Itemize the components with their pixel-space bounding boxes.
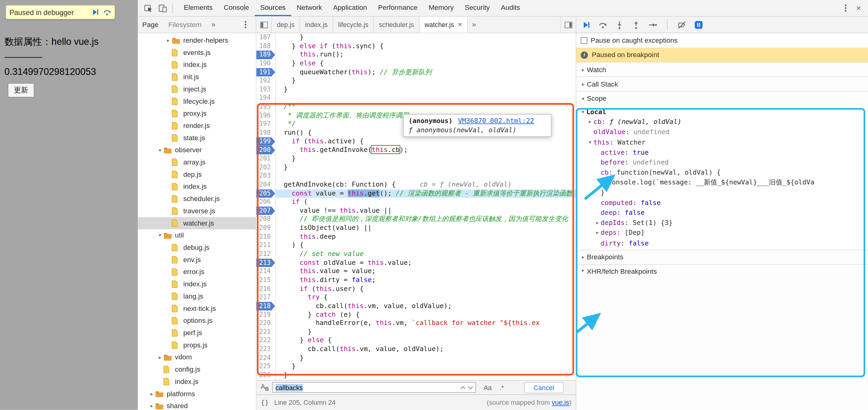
scope-row-deps[interactable]: ▸deps: [Dep]: [576, 228, 868, 238]
devtools-tab-console[interactable]: Console: [218, 0, 255, 16]
line-number-208[interactable]: 208: [256, 215, 275, 224]
tree-file-array.js[interactable]: array.js: [138, 156, 255, 169]
toggle-debugger-sidebar-icon[interactable]: [560, 17, 576, 32]
line-number-190[interactable]: 190: [256, 59, 275, 68]
line-number-219[interactable]: 219: [256, 311, 275, 319]
line-number-218-breakpoint[interactable]: 218: [256, 302, 275, 310]
checkbox-icon[interactable]: [581, 37, 587, 44]
devtools-more-menu-icon[interactable]: [838, 1, 852, 16]
code-area[interactable]: 1871881891901911921931941951961971981992…: [256, 33, 576, 380]
chevron-right-icon[interactable]: ▸: [580, 267, 587, 273]
devtools-close-icon[interactable]: ×: [852, 3, 865, 13]
editor-tab-dep.js[interactable]: dep.js: [272, 17, 300, 32]
line-number-192[interactable]: 192: [256, 77, 275, 85]
line-number-198[interactable]: 198: [256, 128, 275, 137]
tree-file-proxy.js[interactable]: proxy.js: [138, 108, 255, 120]
editor-tab-lifecycle.js[interactable]: lifecycle.js: [333, 17, 374, 32]
line-number-187[interactable]: 187: [256, 33, 275, 42]
tree-expand-arrow[interactable]: ▸: [157, 354, 163, 360]
tree-file-perf.js[interactable]: perf.js: [138, 327, 255, 339]
tree-file-error.js[interactable]: error.js: [138, 266, 255, 278]
line-number-204[interactable]: 204: [256, 180, 275, 189]
scope-row-local[interactable]: ▾Local: [576, 107, 868, 117]
line-number-205-breakpoint[interactable]: 205: [256, 189, 275, 198]
devtools-tab-elements[interactable]: Elements: [178, 0, 218, 16]
tree-file-index.js[interactable]: index.js: [138, 180, 255, 193]
tree-expand-arrow[interactable]: ▸: [165, 38, 172, 43]
line-number-217[interactable]: 217: [256, 293, 275, 302]
section-scope[interactable]: ▾ Scope: [576, 91, 868, 105]
search-input[interactable]: callbacks: [272, 382, 476, 392]
editor-tab-watcher.js[interactable]: watcher.js×: [420, 17, 468, 32]
line-number-194[interactable]: 194: [256, 94, 275, 102]
hovered-expression[interactable]: this.cb: [372, 146, 400, 153]
line-number-195[interactable]: 195: [256, 102, 275, 111]
section-watch[interactable]: ▸ Watch: [576, 62, 868, 77]
line-number-196[interactable]: 196: [256, 111, 275, 120]
tree-expand-arrow[interactable]: ▾: [157, 147, 163, 153]
expand-arrow[interactable]: ▸: [587, 119, 593, 125]
devtools-tab-performance[interactable]: Performance: [372, 0, 423, 16]
resume-script-icon[interactable]: [91, 8, 99, 16]
device-toolbar-icon[interactable]: [155, 1, 170, 16]
line-number-191-breakpoint[interactable]: 191: [256, 68, 275, 77]
line-number-189-breakpoint[interactable]: 189: [256, 51, 275, 59]
tree-file-index.js[interactable]: index.js: [138, 376, 255, 388]
tree-file-traverse.js[interactable]: traverse.js: [138, 205, 255, 217]
navigator-tab-page[interactable]: Page: [142, 21, 159, 29]
update-button[interactable]: 更新: [8, 83, 34, 97]
line-number-211[interactable]: 211: [256, 241, 275, 250]
step-over-button[interactable]: [598, 20, 607, 29]
tree-file-events.js[interactable]: events.js: [138, 47, 255, 59]
line-number-223[interactable]: 223: [256, 345, 275, 354]
section-xhr-breakpoints[interactable]: ▸ XHR/fetch Breakpoints: [576, 264, 868, 410]
editor-tab-index.js[interactable]: index.js: [300, 17, 333, 32]
tree-expand-arrow[interactable]: ▾: [157, 233, 163, 238]
search-previous-icon[interactable]: [459, 384, 466, 391]
section-breakpoints[interactable]: ▸ Breakpoints: [576, 250, 868, 264]
tree-file-next-tick.js[interactable]: next-tick.js: [138, 302, 255, 315]
editor-tab-scheduler.js[interactable]: scheduler.js: [374, 17, 420, 32]
tree-file-watcher.js[interactable]: watcher.js: [138, 217, 255, 230]
line-number-210[interactable]: 210: [256, 233, 275, 241]
tree-file-dep.js[interactable]: dep.js: [138, 169, 255, 181]
pretty-print-icon[interactable]: {}: [261, 399, 269, 406]
chevron-right-icon[interactable]: ▸: [580, 67, 587, 72]
navigator-more-menu-icon[interactable]: [239, 21, 251, 28]
expand-arrow[interactable]: ▸: [594, 220, 601, 226]
tree-folder-util[interactable]: ▾util: [138, 229, 255, 241]
line-number-214[interactable]: 214: [256, 267, 275, 275]
devtools-tab-network[interactable]: Network: [291, 0, 328, 16]
line-number-216[interactable]: 216: [256, 285, 275, 293]
editor-tab-overflow-icon[interactable]: »: [468, 17, 480, 32]
tree-file-inject.js[interactable]: inject.js: [138, 83, 255, 95]
tree-expand-arrow[interactable]: ▸: [149, 403, 155, 409]
tree-file-render.js[interactable]: render.js: [138, 120, 255, 132]
navigator-tab-filesystem[interactable]: Filesystem: [168, 21, 202, 29]
expand-arrow[interactable]: ▸: [594, 230, 601, 236]
tree-file-init.js[interactable]: init.js: [138, 71, 255, 83]
expand-arrow[interactable]: ▾: [580, 109, 586, 115]
line-number-gutter[interactable]: 1871881891901911921931941951961971981992…: [256, 33, 276, 380]
tree-file-state.js[interactable]: state.js: [138, 132, 255, 144]
chevron-down-icon[interactable]: ▾: [580, 95, 587, 101]
resume-script-button[interactable]: [582, 20, 591, 29]
line-number-197[interactable]: 197: [256, 120, 275, 128]
tree-file-lifecycle.js[interactable]: lifecycle.js: [138, 95, 255, 108]
inspect-element-icon[interactable]: [141, 1, 155, 16]
regex-button[interactable]: .*: [499, 384, 504, 391]
tree-file-config.js[interactable]: config.js: [138, 363, 255, 376]
chevron-right-icon[interactable]: ▸: [580, 254, 587, 260]
navigator-tab-overflow-icon[interactable]: »: [211, 21, 215, 29]
devtools-tab-audits[interactable]: Audits: [495, 0, 526, 16]
line-number-193[interactable]: 193: [256, 85, 275, 94]
close-tab-icon[interactable]: ×: [458, 21, 462, 29]
pause-on-exceptions-button[interactable]: [694, 20, 703, 29]
tree-file-lang.js[interactable]: lang.js: [138, 290, 255, 302]
tree-file-index.js[interactable]: index.js: [138, 278, 255, 290]
line-number-212[interactable]: 212: [256, 250, 275, 258]
scope-row-this[interactable]: ▾this: Watcher: [576, 137, 868, 147]
tree-file-scheduler.js[interactable]: scheduler.js: [138, 193, 255, 205]
line-number-199-breakpoint[interactable]: 199: [256, 137, 275, 146]
toggle-navigator-icon[interactable]: [256, 17, 272, 32]
